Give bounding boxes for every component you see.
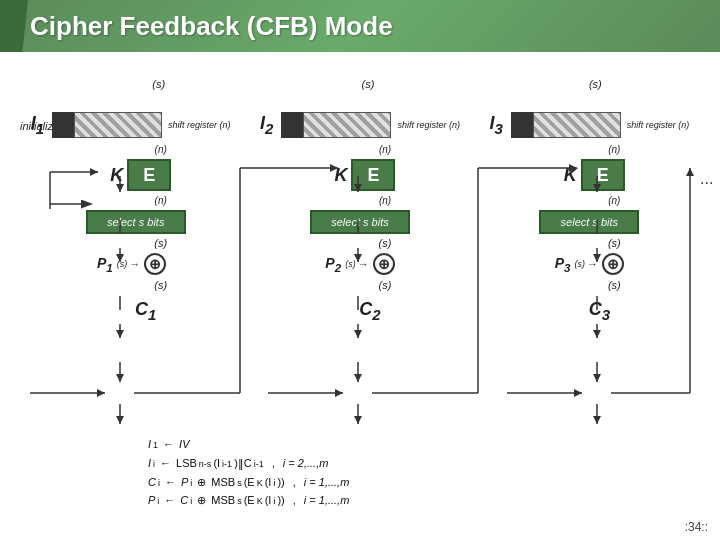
shift-reg-label-3: shift register (n) xyxy=(627,120,690,130)
n-label-1b: (n) xyxy=(155,195,167,206)
K2-label: K xyxy=(334,165,347,186)
shift-reg-row-1: I1 shift register (n) xyxy=(31,112,231,138)
column-1: (s) I1 shift register (n) (n) K E (n xyxy=(16,72,245,323)
shift-reg-striped-1 xyxy=(74,112,162,138)
e-row-3: K E xyxy=(564,159,625,191)
P1-s-label: (s) xyxy=(117,259,128,269)
s-label-top-2: (s) xyxy=(362,78,375,90)
C3-label: C3 xyxy=(589,299,610,323)
formula-line-2: I i ← LSB n-s (I i-1 )‖C i-1 , i = 2,...… xyxy=(148,454,508,473)
C2-label: C2 xyxy=(359,299,380,323)
s-label-3-1: (s) xyxy=(154,279,167,291)
column-2: (s) I2 shift register (n) (n) K E (n) se… xyxy=(245,72,474,323)
n-label-3a: (n) xyxy=(608,144,620,155)
shift-reg-dark-1 xyxy=(52,112,74,138)
n-label-3b: (n) xyxy=(608,195,620,206)
xor-row-2: P2 (s) → ⊕ xyxy=(325,253,394,275)
formulas-block: I 1 ← IV I i ← LSB n-s (I i-1 )‖C i-1 , … xyxy=(148,435,508,510)
xor-circle-1: ⊕ xyxy=(144,253,166,275)
select-bits-3: select s bits xyxy=(539,210,639,234)
xor-row-1: P1 (s) → ⊕ xyxy=(97,253,166,275)
svg-marker-53 xyxy=(593,416,601,424)
e-row-2: K E xyxy=(334,159,395,191)
shift-reg-striped-2 xyxy=(303,112,391,138)
s-label-top-1: (s) xyxy=(152,78,165,90)
shift-reg-row-2: I2 shift register (n) xyxy=(260,112,460,138)
P1-label: P1 xyxy=(97,255,113,274)
shift-reg-row-3: I3 shift register (n) xyxy=(489,112,689,138)
column-3: (s) I3 shift register (n) (n) K E (n) se… xyxy=(475,72,704,323)
shift-reg-dark-3 xyxy=(511,112,533,138)
E1-block: E xyxy=(127,159,171,191)
page-header: Cipher Feedback (CFB) Mode xyxy=(0,0,720,52)
formula-line-4: P i ← C i ⊕ MSB s (E K (I i )) , i = 1,.… xyxy=(148,491,508,510)
svg-marker-15 xyxy=(116,330,124,338)
shift-reg-box-2 xyxy=(281,112,391,138)
shift-reg-box-1 xyxy=(52,112,162,138)
s-label-3-3: (s) xyxy=(608,279,621,291)
s-label-2-1: (s) xyxy=(154,237,167,249)
svg-marker-49 xyxy=(593,374,601,382)
xor-circle-2: ⊕ xyxy=(373,253,395,275)
shift-reg-box-3 xyxy=(511,112,621,138)
s-label-top-3: (s) xyxy=(589,78,602,90)
I1-label: I1 xyxy=(31,113,44,137)
E2-block: E xyxy=(351,159,395,191)
e-row-1: K E xyxy=(110,159,171,191)
K1-label: K xyxy=(110,165,123,186)
shift-reg-dark-2 xyxy=(281,112,303,138)
svg-marker-51 xyxy=(574,389,582,397)
n-label-2b: (n) xyxy=(379,195,391,206)
P2-s-label: (s) xyxy=(345,259,356,269)
svg-marker-37 xyxy=(354,416,362,424)
C1-label: C1 xyxy=(135,299,156,323)
P2-label: P2 xyxy=(325,255,341,274)
svg-marker-31 xyxy=(354,330,362,338)
I2-label: I2 xyxy=(260,113,273,137)
svg-marker-33 xyxy=(354,374,362,382)
page-number: :34:: xyxy=(685,520,708,534)
svg-marker-35 xyxy=(335,389,343,397)
svg-marker-47 xyxy=(593,330,601,338)
s-label-3-2: (s) xyxy=(379,279,392,291)
E3-block: E xyxy=(581,159,625,191)
svg-marker-19 xyxy=(97,389,105,397)
xor-circle-3: ⊕ xyxy=(602,253,624,275)
shift-reg-label-2: shift register (n) xyxy=(397,120,460,130)
xor-row-3: P3 (s) → ⊕ xyxy=(555,253,624,275)
select-bits-2: select s bits xyxy=(310,210,410,234)
s-label-2-2: (s) xyxy=(379,237,392,249)
svg-marker-21 xyxy=(116,416,124,424)
s-label-2-3: (s) xyxy=(608,237,621,249)
P3-label: P3 xyxy=(555,255,571,274)
formula-line-3: C i ← P i ⊕ MSB s (E K (I i )) , i = 1,.… xyxy=(148,473,508,492)
n-label-1a: (n) xyxy=(155,144,167,155)
svg-marker-17 xyxy=(116,374,124,382)
shift-reg-label-1: shift register (n) xyxy=(168,120,231,130)
columns-container: (s) I1 shift register (n) (n) K E (n xyxy=(16,72,704,323)
K3-label: K xyxy=(564,165,577,186)
formula-line-1: I 1 ← IV xyxy=(148,435,508,454)
shift-reg-striped-3 xyxy=(533,112,621,138)
select-bits-1: select s bits xyxy=(86,210,186,234)
P3-s-label: (s) xyxy=(574,259,585,269)
n-label-2a: (n) xyxy=(379,144,391,155)
I3-label: I3 xyxy=(489,113,502,137)
page-title: Cipher Feedback (CFB) Mode xyxy=(30,11,393,42)
main-content: initialized with IV xyxy=(0,52,720,540)
